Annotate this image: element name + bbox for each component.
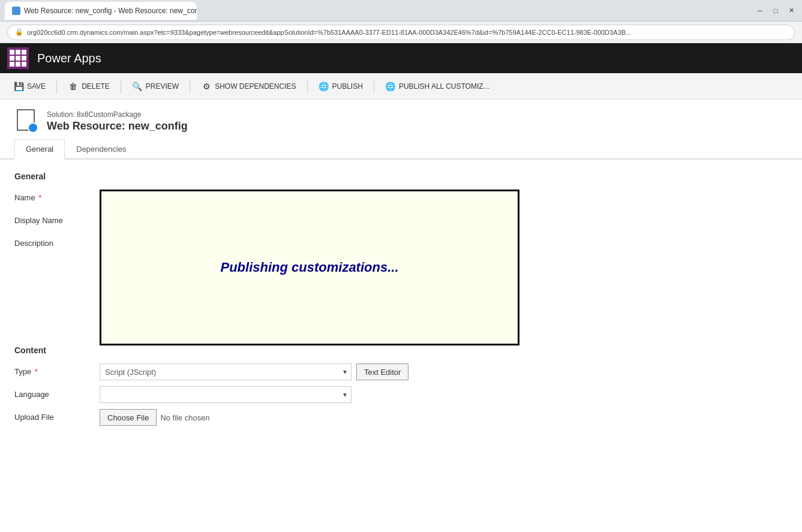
toolbar-separator-2	[121, 79, 121, 94]
type-row: Type * Script (JScript) Web Page (HTML) …	[14, 363, 788, 380]
address-text: org020cc6d0.crm.dynamics.com/main.aspx?e…	[27, 29, 631, 36]
text-editor-button[interactable]: Text Editor	[356, 363, 408, 380]
close-button[interactable]: ✕	[785, 5, 797, 17]
minimize-button[interactable]: ─	[754, 5, 766, 17]
toolbar-separator-1	[56, 79, 57, 94]
publish-all-icon: 🌐	[385, 81, 396, 92]
delete-icon: 🗑	[68, 81, 79, 92]
solution-label: Solution: 8x8CustomPackage	[47, 110, 188, 119]
type-select-container: Script (JScript) Web Page (HTML) Style S…	[100, 363, 352, 380]
save-button[interactable]: 💾 SAVE	[7, 78, 52, 95]
resource-title: Web Resource: new_config	[47, 120, 188, 133]
tab-title: Web Resource: new_config - Web Resource:…	[24, 7, 197, 15]
preview-button[interactable]: 🔍 PREVIEW	[126, 78, 185, 95]
tab-favicon	[12, 7, 20, 15]
toolbar: 💾 SAVE 🗑 DELETE 🔍 PREVIEW ⚙ SHOW DEPENDE…	[0, 73, 802, 100]
publishing-overlay: Publishing customizations...	[100, 190, 519, 345]
publish-label: PUBLISH	[332, 82, 363, 91]
globe-icon	[28, 122, 38, 133]
preview-icon: 🔍	[132, 81, 143, 92]
type-select[interactable]: Script (JScript) Web Page (HTML) Style S…	[100, 363, 352, 380]
description-label: Description	[14, 235, 92, 248]
save-label: SAVE	[27, 82, 46, 91]
delete-button[interactable]: 🗑 DELETE	[62, 78, 116, 95]
upload-file-label: Upload File	[14, 409, 92, 422]
grid-dots-icon	[10, 50, 26, 67]
chrome-titlebar: Web Resource: new_config - Web Resource:…	[0, 0, 802, 22]
address-input[interactable]: 🔒 org020cc6d0.crm.dynamics.com/main.aspx…	[7, 25, 795, 40]
maximize-button[interactable]: □	[770, 5, 782, 17]
type-select-wrapper: Script (JScript) Web Page (HTML) Style S…	[100, 363, 408, 380]
content-area: General Name * Publishing customizations…	[0, 160, 802, 444]
page-header-text: Solution: 8x8CustomPackage Web Resource:…	[47, 110, 188, 133]
page-header: Solution: 8x8CustomPackage Web Resource:…	[0, 100, 802, 138]
lock-icon: 🔒	[15, 28, 23, 36]
language-row: Language	[14, 386, 788, 403]
address-bar: 🔒 org020cc6d0.crm.dynamics.com/main.aspx…	[0, 22, 802, 43]
apps-grid-button[interactable]	[7, 47, 29, 69]
upload-file-wrapper: Choose File No file chosen	[100, 409, 210, 426]
powerapps-header: Power Apps	[0, 43, 802, 73]
tabs-container: General Dependencies	[0, 138, 802, 160]
show-dependencies-label: SHOW DEPENDENCIES	[215, 82, 296, 91]
toolbar-separator-4	[307, 79, 308, 94]
toolbar-separator-3	[190, 79, 190, 94]
save-icon: 💾	[13, 81, 24, 92]
display-name-label: Display Name	[14, 212, 92, 225]
name-label: Name *	[14, 190, 92, 202]
language-select-container	[100, 386, 352, 403]
tab-general[interactable]: General	[14, 139, 65, 160]
publish-all-button[interactable]: 🌐 PUBLISH ALL CUSTOMIZ...	[379, 78, 495, 95]
toolbar-separator-5	[374, 79, 374, 94]
language-label: Language	[14, 386, 92, 399]
upload-file-row: Upload File Choose File No file chosen	[14, 409, 788, 426]
page-icon	[14, 109, 38, 133]
dependencies-icon: ⚙	[201, 81, 212, 92]
publish-icon: 🌐	[319, 81, 329, 92]
chrome-tab[interactable]: Web Resource: new_config - Web Resource:…	[5, 2, 197, 20]
tab-dependencies[interactable]: Dependencies	[65, 139, 137, 160]
publishing-text: Publishing customizations...	[220, 260, 398, 275]
no-file-text: No file chosen	[160, 413, 209, 422]
language-select[interactable]	[100, 386, 352, 403]
choose-file-button[interactable]: Choose File	[100, 409, 157, 426]
show-dependencies-button[interactable]: ⚙ SHOW DEPENDENCIES	[195, 78, 302, 95]
type-required: *	[32, 367, 38, 376]
preview-label: PREVIEW	[146, 82, 179, 91]
app-title: Power Apps	[37, 52, 101, 65]
publish-button[interactable]: 🌐 PUBLISH	[313, 78, 369, 95]
content-section-title: Content	[14, 345, 788, 355]
delete-label: DELETE	[82, 82, 110, 91]
name-row: Name * Publishing customizations...	[14, 190, 788, 206]
name-required: *	[37, 193, 42, 202]
window-controls: ─ □ ✕	[754, 5, 797, 17]
content-section: Content Type * Script (JScript) Web Page…	[14, 345, 788, 426]
general-section-title: General	[14, 172, 788, 181]
publish-all-label: PUBLISH ALL CUSTOMIZ...	[399, 82, 489, 91]
type-label: Type *	[14, 363, 92, 376]
